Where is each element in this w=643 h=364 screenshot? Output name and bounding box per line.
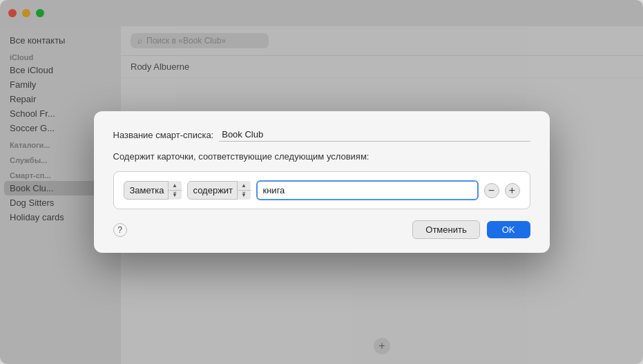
field-stepper: ▲ ▼ [168,181,182,200]
footer-buttons: Отменить OK [412,220,530,239]
field-select-wrapper: Заметка ▲ ▼ [124,181,182,200]
ok-button[interactable]: OK [487,221,530,238]
field-stepper-up[interactable]: ▲ [169,181,182,191]
condition-value-input[interactable] [256,180,479,200]
remove-condition-button[interactable]: − [484,183,499,198]
name-label: Название смарт-списка: [113,130,214,140]
operator-stepper-down[interactable]: ▼ [238,191,251,200]
cancel-button[interactable]: Отменить [412,220,479,239]
operator-select-wrapper: содержит ▲ ▼ [187,181,251,200]
modal-dialog: Название смарт-списка: Содержит карточки… [94,111,550,253]
name-row: Название смарт-списка: [113,128,530,142]
modal-footer: ? Отменить OK [113,220,530,239]
operator-stepper-up[interactable]: ▲ [238,181,251,191]
modal-overlay: Название смарт-списка: Содержит карточки… [0,0,643,364]
description-label: Содержит карточки, соответствующие следу… [113,151,530,162]
app-window: Все контакты iCloud Все iCloud Family Re… [0,0,643,364]
field-stepper-down[interactable]: ▼ [169,191,182,200]
condition-row: Заметка ▲ ▼ содержит ▲ [124,180,520,200]
name-input[interactable] [219,128,530,142]
operator-stepper: ▲ ▼ [237,181,251,200]
condition-box: Заметка ▲ ▼ содержит ▲ [113,171,530,209]
help-button[interactable]: ? [113,223,127,237]
add-condition-button[interactable]: + [505,183,520,198]
